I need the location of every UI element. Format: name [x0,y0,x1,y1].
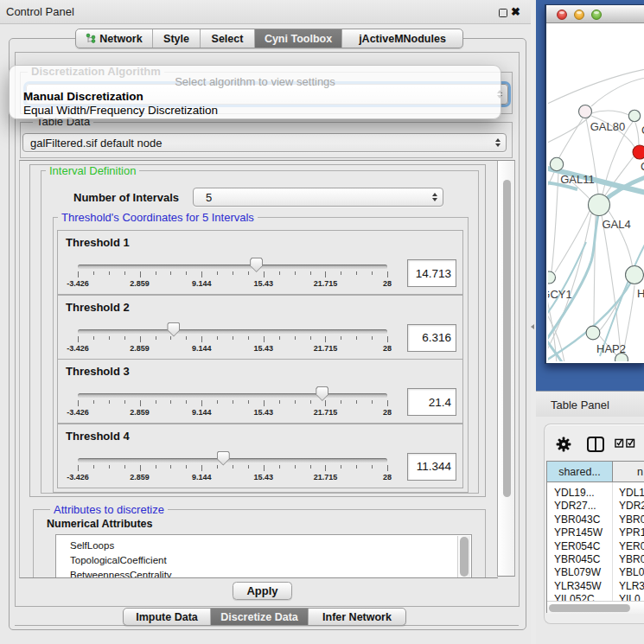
float-window-icon[interactable] [499,9,507,17]
table-horizontal-scrollbar[interactable] [547,601,644,614]
table-row[interactable]: YBL079WYBL0 [547,565,644,578]
table-row[interactable]: YDR27...YDR2 [547,499,644,512]
slider-tick [295,271,296,275]
network-node-GAL11[interactable] [550,157,563,170]
threshold-slider-thumb[interactable] [167,322,180,337]
network-edge[interactable] [591,111,629,115]
attribute-item[interactable]: TopologicalCoefficient [70,555,167,565]
attributes-scrollbar-thumb[interactable] [460,537,469,577]
gear-icon[interactable] [556,437,571,452]
network-node-node-red[interactable] [633,145,644,159]
number-of-intervals-select[interactable]: 5 [193,188,443,207]
slider-tick [325,400,326,406]
network-edge[interactable] [548,68,644,105]
tab-select[interactable]: Select [201,29,255,48]
table-hscrollbar-thumb[interactable] [549,604,630,612]
apply-button[interactable]: Apply [233,582,292,600]
slider-tick-label: 2.859 [118,408,162,417]
table-row[interactable]: YBR045CYBR0 [547,552,644,565]
tab-infer-network[interactable]: Infer Network [309,609,405,625]
network-node-GAL80[interactable] [579,105,592,118]
slider-tick [170,400,171,404]
table-row[interactable]: YPR145WYPR1 [547,526,644,539]
checkbox-icons[interactable] [615,438,635,448]
cell-shared-name: YBR045C [554,553,600,565]
network-view-window: GAL80GCGAL11GAL4GCY1HHAP2 [545,4,644,364]
network-node-HAP2[interactable] [586,326,600,340]
network-canvas[interactable]: GAL80GCGAL11GAL4GCY1HHAP2 [548,23,644,361]
attribute-item[interactable]: SelfLoops [70,540,114,551]
network-window-titlebar[interactable] [546,5,644,23]
columns-icon[interactable] [587,437,604,452]
algorithm-option-equal-width[interactable]: Equal Width/Frequency Discretization [10,104,501,117]
control-panel-title: Control Panel [6,5,74,18]
slider-tick-label: 28 [366,279,409,288]
threshold-value-field[interactable]: 21.4 [407,388,456,416]
tab-impute-data[interactable]: Impute Data [124,609,211,625]
threshold-slider-thumb[interactable] [217,451,230,466]
split-collapse-icon[interactable] [531,324,534,329]
threshold-slider-thumb[interactable] [316,386,328,401]
slider-tick-label: 9.144 [180,473,223,481]
network-node-GAL4[interactable] [589,194,610,216]
network-edge[interactable] [591,77,644,106]
threshold-value-field[interactable]: 6.316 [407,324,456,352]
tab-network[interactable]: Network [76,29,153,48]
network-edge[interactable] [559,118,583,157]
network-edge[interactable] [555,211,590,272]
node-table-body: YDL19...YDL1YDR27...YDR2YBR043CYBR0YPR14… [547,482,644,601]
window-close-icon[interactable] [557,10,567,20]
threshold-value-field[interactable]: 11.344 [407,453,456,481]
slider-tick [201,336,202,342]
column-header-name[interactable]: n [613,462,644,481]
algorithm-dropdown-popup: Select algorithm to view settings Manual… [9,65,501,119]
slider-tick-label: 21.715 [303,408,347,417]
slider-tick [140,400,141,406]
close-icon[interactable]: ✖ [511,5,520,18]
threshold-slider-track[interactable] [78,458,387,462]
thresholds-group-title: Threshold's Coordinates for 5 Intervals [58,212,258,223]
settings-vertical-scrollbar[interactable] [497,160,515,577]
network-edge[interactable] [552,172,558,271]
attributes-list-scrollbar[interactable] [457,536,470,578]
tab-jactivemnodules[interactable]: jActiveMNodules [342,29,462,48]
numerical-attributes-list[interactable]: SelfLoopsTopologicalCoefficientBetweenne… [55,534,472,578]
table-panel-header: Table Panel [536,391,644,417]
attribute-item[interactable]: BetweennessCentrality [70,570,172,578]
slider-tick [372,400,373,404]
tab-style[interactable]: Style [153,29,201,48]
slider-tick [387,271,388,277]
threshold-value-field[interactable]: 14.713 [407,259,456,287]
table-row[interactable]: YLR345WYLR3 [547,579,644,592]
threshold-slider-track[interactable] [78,265,387,269]
algorithm-dropdown-prompt[interactable]: Select algorithm to view settings [10,75,501,88]
slider-tick [310,271,311,275]
network-node-GCY1[interactable] [548,271,556,284]
slider-tick [124,465,125,469]
tab-cyni-toolbox[interactable]: Cyni Toolbox [255,29,342,48]
slider-tick-label: 15.43 [242,344,285,353]
slider-tick [372,465,373,469]
network-node-node-top-right[interactable] [628,110,640,121]
threshold-slider-thumb[interactable] [250,258,263,272]
table-data-select[interactable]: galFiltered.sif default node [22,133,507,152]
table-row[interactable]: YDL19...YDL1 [547,486,644,499]
network-edge[interactable] [602,215,621,354]
window-minimize-icon[interactable] [574,10,584,20]
threshold-slider-track[interactable] [78,393,387,398]
slider-tick-label: 9.144 [180,344,223,353]
settings-scrollbar-thumb[interactable] [503,180,511,497]
network-edge[interactable] [635,123,639,145]
algorithm-option-manual[interactable]: Manual Discretization [10,90,501,103]
network-node-node-H[interactable] [626,266,644,284]
slider-tick [156,465,156,469]
table-row[interactable]: YER054CYER0 [547,539,644,552]
threshold-slider-track[interactable] [78,329,387,334]
slider-tick [140,465,141,471]
tab-discretize-data[interactable]: Discretize Data [211,609,309,625]
table-row[interactable]: YBR043CYBR0 [547,513,644,526]
column-header-shared-name[interactable]: shared... [547,462,613,481]
window-zoom-icon[interactable] [591,10,602,20]
table-row[interactable]: YIL052CYIL0 [547,592,644,601]
slider-tick [356,400,357,404]
